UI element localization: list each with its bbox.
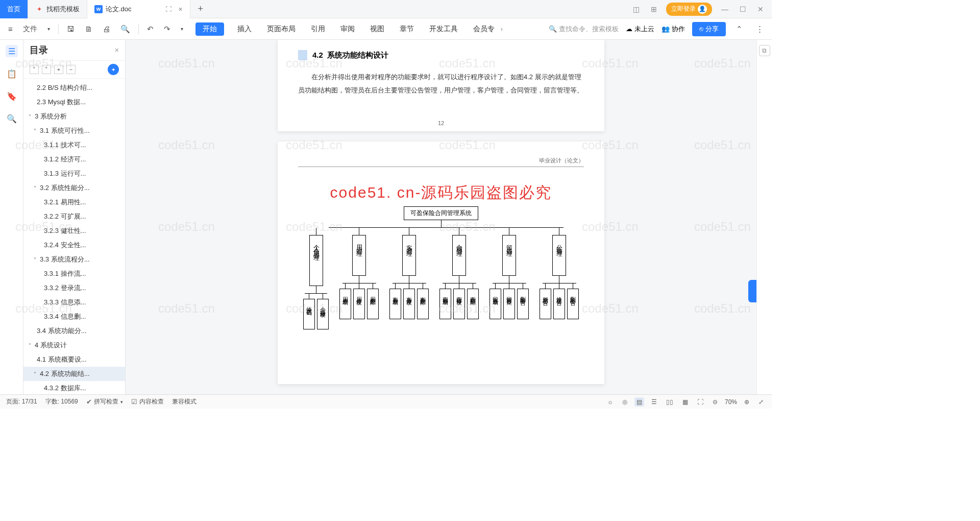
- rail-settings-icon[interactable]: ⧉: [759, 45, 770, 56]
- outline-item-18[interactable]: ˅4 系统设计: [23, 338, 125, 352]
- outline-item-2[interactable]: ˅3 系统分析: [23, 109, 125, 124]
- sub-box: 修改密码: [303, 299, 315, 329]
- web-view-icon[interactable]: ▦: [680, 397, 690, 407]
- outline-item-6[interactable]: 3.1.3 运行可...: [23, 167, 125, 181]
- structure-diagram: 可盈保险合同管理系统 个人信息管理修改密码个人信息修改用户管理用户新增用户修改用…: [298, 206, 584, 329]
- new-tab-button[interactable]: +: [190, 4, 211, 14]
- layout-icon[interactable]: ◫: [631, 5, 642, 13]
- compat-mode[interactable]: 兼容模式: [172, 397, 197, 406]
- outline-item-17[interactable]: 3.4 系统功能分...: [23, 324, 125, 338]
- outline-item-1[interactable]: 2.3 Mysql 数据...: [23, 95, 125, 109]
- outline-item-4[interactable]: 3.1.1 技术可...: [23, 138, 125, 152]
- tab-template[interactable]: ✦ 找稻壳模板: [28, 0, 87, 18]
- read-view-icon[interactable]: ▯▯: [664, 397, 675, 407]
- tab-document[interactable]: W 论文.doc ⛶ ×: [87, 0, 190, 18]
- share-button[interactable]: ⎋ 分享: [692, 22, 726, 36]
- outline-item-9[interactable]: 3.2.2 可扩展...: [23, 209, 125, 224]
- save-icon[interactable]: 🖫: [64, 22, 78, 35]
- sub-box: 修改公告: [553, 289, 565, 319]
- redo-icon[interactable]: ↷: [161, 22, 174, 36]
- page-indicator[interactable]: 页面: 17/31: [6, 397, 37, 406]
- outline-item-7[interactable]: ˅3.2 系统性能分...: [23, 181, 125, 195]
- file-dropdown-icon[interactable]: ▾: [44, 24, 53, 34]
- menu-icon[interactable]: ≡: [5, 22, 16, 35]
- undo-dropdown-icon[interactable]: ▾: [178, 24, 186, 34]
- outline-item-3[interactable]: ˅3.1 系统可行性...: [23, 124, 125, 138]
- spellcheck-button[interactable]: ✔拼写检查 ▾: [86, 397, 123, 406]
- cloud-status[interactable]: ☁ 未上云: [626, 25, 654, 34]
- outline-item-13[interactable]: 3.3.1 操作流...: [23, 267, 125, 281]
- ribbon-tab-1[interactable]: 插入: [235, 22, 254, 36]
- apps-icon[interactable]: ⊞: [649, 5, 659, 13]
- focus-icon[interactable]: ◎: [620, 397, 629, 407]
- ribbon-next-icon[interactable]: ›: [501, 25, 503, 33]
- file-menu[interactable]: 文件: [20, 22, 40, 36]
- zoom-in-icon[interactable]: ⊕: [742, 397, 751, 407]
- ribbon-tab-0[interactable]: 开始: [195, 22, 224, 36]
- ribbon-tab-3[interactable]: 引用: [309, 22, 327, 36]
- outline-item-21[interactable]: 4.3.2 数据库...: [23, 381, 125, 394]
- close-button[interactable]: ✕: [755, 5, 766, 13]
- page-12: 4.2 系统功能结构设计 在分析并得出使用者对程序的功能要求时，就可以进行程序设…: [278, 40, 604, 131]
- fullscreen-icon[interactable]: ⤢: [756, 397, 766, 407]
- outline-item-0[interactable]: 2.2 B/S 结构介绍...: [23, 81, 125, 95]
- word-count[interactable]: 字数: 10569: [45, 397, 78, 406]
- login-button[interactable]: 立即登录 👤: [666, 3, 712, 16]
- bookmark-icon[interactable]: 🔖: [6, 90, 18, 102]
- section-title: 4.2 系统功能结构设计: [312, 51, 388, 60]
- toolbar: ≡ 文件 ▾ 🖫 🗎 🖨 🔍 ↶ ↷ ▾ 开始插入页面布局引用审阅视图章节开发工…: [0, 18, 772, 40]
- ribbon-tab-7[interactable]: 开发工具: [427, 22, 460, 36]
- ribbon-tab-5[interactable]: 视图: [368, 22, 386, 36]
- zoom-out-icon[interactable]: ⊖: [710, 397, 720, 407]
- fit-icon[interactable]: ⛶: [695, 397, 705, 407]
- outline-item-10[interactable]: 3.2.3 健壮性...: [23, 224, 125, 238]
- content-check-button[interactable]: ☑内容检查: [131, 397, 164, 406]
- tab-screen-icon[interactable]: ⛶: [165, 6, 172, 13]
- collapse-all-icon[interactable]: ˅: [30, 65, 39, 74]
- outline-item-12[interactable]: ˅3.3 系统流程分...: [23, 252, 125, 267]
- outline-item-5[interactable]: 3.1.2 经济可...: [23, 152, 125, 167]
- document-scroll[interactable]: 4.2 系统功能结构设计 在分析并得出使用者对程序的功能要求时，就可以进行程序设…: [126, 40, 756, 394]
- outline-tree[interactable]: 2.2 B/S 结构介绍...2.3 Mysql 数据...˅3 系统分析˅3.…: [23, 79, 125, 394]
- command-search[interactable]: 🔍 查找命令、搜索模板: [549, 25, 619, 34]
- outline-item-14[interactable]: 3.3.2 登录流...: [23, 281, 125, 295]
- word-icon: W: [94, 5, 103, 13]
- tab-home[interactable]: 首页: [0, 0, 28, 18]
- outline-icon[interactable]: ☰: [6, 45, 18, 57]
- outline-item-11[interactable]: 3.2.4 安全性...: [23, 238, 125, 252]
- ai-assistant-icon[interactable]: ✦: [108, 64, 119, 75]
- add-outline-icon[interactable]: +: [54, 65, 63, 74]
- outline-item-15[interactable]: 3.3.3 信息添...: [23, 295, 125, 310]
- page-view-icon[interactable]: ▤: [634, 397, 644, 407]
- ribbon-tab-6[interactable]: 章节: [398, 22, 416, 36]
- tab-close-icon[interactable]: ×: [179, 5, 183, 13]
- float-handle[interactable]: [748, 280, 756, 302]
- branch-1: 用户管理用户新增用户修改用户删除: [339, 228, 379, 329]
- outline-item-20[interactable]: ˅4.2 系统功能结...: [23, 367, 125, 381]
- save-as-icon[interactable]: 🗎: [82, 22, 95, 35]
- ribbon-tab-2[interactable]: 页面布局: [265, 22, 298, 36]
- ribbon-tab-4[interactable]: 审阅: [338, 22, 357, 36]
- print-icon[interactable]: 🖨: [100, 22, 113, 35]
- outline-item-8[interactable]: 3.2.1 易用性...: [23, 195, 125, 209]
- clipboard-icon[interactable]: 📋: [6, 67, 18, 80]
- remove-outline-icon[interactable]: −: [66, 65, 76, 74]
- maximize-button[interactable]: ☐: [738, 5, 748, 13]
- undo-icon[interactable]: ↶: [144, 22, 157, 36]
- preview-icon[interactable]: 🔍: [117, 22, 133, 36]
- outline-item-16[interactable]: 3.3.4 信息删...: [23, 310, 125, 324]
- outline-view-icon[interactable]: ☰: [649, 397, 659, 407]
- search-rail-icon[interactable]: 🔍: [6, 112, 18, 125]
- expand-all-icon[interactable]: ˄: [42, 65, 51, 74]
- collapse-ribbon-icon[interactable]: ⌃: [733, 22, 746, 36]
- more-icon[interactable]: ⋮: [753, 22, 767, 36]
- sub-box: 合同删除: [467, 289, 479, 319]
- brightness-icon[interactable]: ☼: [605, 397, 615, 407]
- content-icon: ☑: [131, 398, 137, 406]
- ribbon-tab-8[interactable]: 会员专: [471, 22, 497, 36]
- outline-close-icon[interactable]: ×: [115, 46, 119, 54]
- minimize-button[interactable]: —: [719, 5, 730, 13]
- coop-button[interactable]: 👥 协作: [662, 25, 685, 34]
- sub-box: 新增公告: [540, 289, 551, 319]
- outline-item-19[interactable]: 4.1 系统概要设...: [23, 352, 125, 367]
